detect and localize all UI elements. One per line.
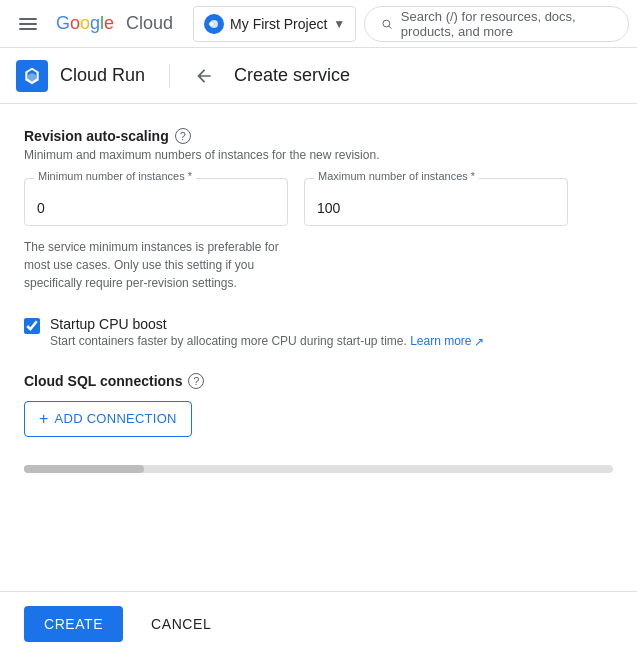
svg-rect-2 — [19, 28, 37, 30]
cloud-run-logo — [16, 60, 48, 92]
min-instances-group: Minimum number of instances * — [24, 178, 288, 226]
horizontal-scrollbar[interactable] — [24, 465, 613, 473]
cloud-run-title: Cloud Run — [60, 65, 145, 86]
startup-cpu-boost-row: Startup CPU boost Start containers faste… — [24, 316, 613, 349]
add-icon: + — [39, 410, 49, 428]
add-connection-button[interactable]: + ADD CONNECTION — [24, 401, 192, 437]
project-icon — [204, 14, 224, 34]
revision-autoscaling-desc: Minimum and maximum numbers of instances… — [24, 148, 613, 162]
sub-header: Cloud Run Create service — [0, 48, 637, 104]
search-placeholder: Search (/) for resources, docs, products… — [401, 9, 612, 39]
scrollbar-thumb — [24, 465, 144, 473]
hamburger-menu[interactable] — [8, 4, 48, 44]
project-name: My First Project — [230, 16, 327, 32]
cloud-sql-section: Cloud SQL connections ? + ADD CONNECTION — [24, 373, 613, 437]
project-selector[interactable]: My First Project ▼ — [193, 6, 356, 42]
back-button[interactable] — [186, 58, 222, 94]
max-instances-label: Maximum number of instances * — [314, 170, 479, 182]
search-bar[interactable]: Search (/) for resources, docs, products… — [364, 6, 629, 42]
scroll-area — [24, 465, 613, 473]
min-instances-label: Minimum number of instances * — [34, 170, 196, 182]
startup-cpu-boost-desc: Start containers faster by allocating mo… — [50, 334, 484, 349]
svg-point-4 — [209, 22, 213, 26]
cloud-text: Cloud — [126, 13, 173, 34]
revision-autoscaling-title: Revision auto-scaling — [24, 128, 169, 144]
chevron-down-icon: ▼ — [333, 17, 345, 31]
main-content: Revision auto-scaling ? Minimum and maxi… — [0, 104, 637, 591]
startup-cpu-boost-checkbox[interactable] — [24, 318, 40, 334]
add-connection-label: ADD CONNECTION — [55, 411, 177, 426]
cancel-button[interactable]: CANCEL — [135, 606, 227, 642]
search-icon — [381, 16, 393, 32]
max-instances-input[interactable] — [304, 178, 568, 226]
instances-fields-row: Minimum number of instances * Maximum nu… — [24, 178, 613, 226]
min-instances-input[interactable] — [24, 178, 288, 226]
revision-autoscaling-header: Revision auto-scaling ? — [24, 128, 613, 144]
cloud-sql-title: Cloud SQL connections — [24, 373, 182, 389]
footer: CREATE CANCEL — [0, 591, 637, 655]
external-link-icon: ↗ — [474, 335, 484, 349]
cloud-sql-header: Cloud SQL connections ? — [24, 373, 613, 389]
create-button[interactable]: CREATE — [24, 606, 123, 642]
revision-autoscaling-help-icon[interactable]: ? — [175, 128, 191, 144]
svg-rect-0 — [19, 18, 37, 20]
svg-rect-1 — [19, 23, 37, 25]
startup-cpu-boost-label-group: Startup CPU boost Start containers faste… — [50, 316, 484, 349]
page-title: Create service — [234, 65, 350, 86]
header-divider — [169, 64, 170, 88]
startup-cpu-boost-checkbox-wrap[interactable] — [24, 318, 40, 337]
google-logo: Google — [56, 13, 114, 34]
navbar: Google Cloud My First Project ▼ Search (… — [0, 0, 637, 48]
startup-cpu-boost-label: Startup CPU boost — [50, 316, 484, 332]
max-instances-group: Maximum number of instances * — [304, 178, 568, 226]
cloud-sql-help-icon[interactable]: ? — [188, 373, 204, 389]
learn-more-link[interactable]: Learn more↗ — [410, 334, 483, 348]
min-instances-hint: The service minimum instances is prefera… — [24, 238, 288, 292]
svg-line-6 — [389, 26, 391, 28]
